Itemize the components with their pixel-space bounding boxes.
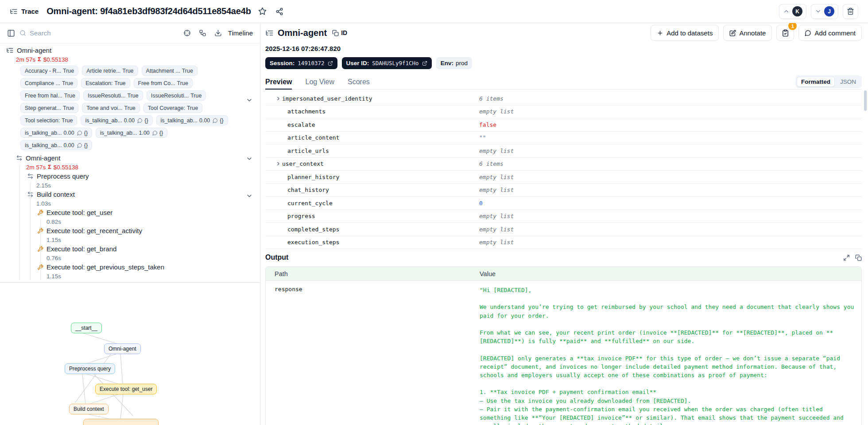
score-badge[interactable]: Escalation:True	[81, 78, 130, 88]
share-button[interactable]	[274, 6, 285, 17]
tree-node-tool[interactable]: Execute tool: get_recent_activity	[0, 226, 260, 236]
preview-row[interactable]: article_urls empty list	[265, 144, 862, 158]
tab-scores[interactable]: Scores	[348, 74, 370, 90]
preview-row[interactable]: user_context 6 items	[265, 158, 862, 171]
score-badge[interactable]: Accuracy - R...True	[20, 66, 78, 76]
score-badge[interactable]: Free from Co...True	[134, 78, 193, 88]
output-table-header: Path Value	[266, 267, 861, 281]
chevron-down-icon	[815, 8, 822, 15]
session-badge[interactable]: Session: 14910372	[265, 57, 337, 69]
search-input[interactable]	[30, 29, 179, 37]
graph-node-start[interactable]: __start__	[71, 323, 102, 333]
format-formatted[interactable]: Formatted	[797, 77, 835, 87]
crosshair-icon[interactable]	[183, 29, 191, 37]
trace-tree: Omni-agent 2m 57s Σ $0.55138 Accuracy - …	[0, 43, 260, 283]
score-badge[interactable]: is_talking_ab...0.00{}	[81, 115, 152, 125]
graph-node-build-context[interactable]: Build context	[69, 404, 108, 414]
chevron-right-icon[interactable]	[274, 96, 282, 101]
preview-row[interactable]: attachments empty list	[265, 105, 862, 119]
score-badge[interactable]: Compliance ...True	[20, 78, 78, 88]
clipboard-check-icon	[782, 29, 789, 37]
score-badge[interactable]: Article retrie...True	[82, 66, 138, 76]
chevron-down-icon[interactable]	[246, 155, 253, 162]
next-trace-button[interactable]: J	[811, 4, 838, 19]
score-badge[interactable]: is_talking_ab...0.00{}	[156, 115, 228, 125]
star-button[interactable]	[256, 5, 268, 17]
avatar: K	[792, 6, 802, 16]
score-badge[interactable]: is_talking_ab...1.00{}	[96, 128, 167, 138]
scrollbar-thumb[interactable]	[864, 90, 867, 111]
trace-meta-badges: Session: 14910372 User ID: SDAHUSLy9f1CH…	[265, 57, 862, 69]
comment-bubble-icon	[77, 130, 82, 136]
annotation-queue-button[interactable]: 1	[776, 25, 794, 41]
tree-node-agent[interactable]: Omni-agent	[0, 153, 260, 163]
copy-icon[interactable]	[855, 254, 862, 261]
graph-node-omni-agent[interactable]: Omni-agent	[104, 343, 141, 354]
graph-node-partial[interactable]	[83, 419, 159, 425]
score-badge[interactable]: Attachment ...True	[142, 66, 198, 76]
score-badge[interactable]: is_talking_ab...0.00{}	[20, 140, 92, 150]
tree-node-label: Omni-agent	[26, 154, 60, 162]
tree-node-span[interactable]: Build context	[0, 189, 260, 199]
comment-bubble-icon	[213, 118, 218, 123]
prev-trace-button[interactable]: K	[779, 4, 806, 19]
score-badge[interactable]: Tool Coverage:True	[143, 103, 202, 113]
tree-node-tool[interactable]: Execute tool: get_brand	[0, 244, 260, 254]
tree-node-span[interactable]: Preprocess query	[0, 171, 260, 181]
span-arrows-icon	[16, 155, 23, 161]
preview-row[interactable]: completed_steps empty list	[265, 223, 862, 236]
output-row[interactable]: response "Hi [REDACTED], We understand y…	[266, 281, 861, 425]
page-title: Omni-agent	[278, 28, 327, 38]
tab-preview[interactable]: Preview	[265, 74, 292, 90]
span-arrows-icon	[27, 173, 34, 179]
chevron-right-icon[interactable]	[274, 161, 282, 167]
sidebar-toolbar: Timeline	[0, 23, 260, 43]
tab-log-view[interactable]: Log View	[305, 74, 334, 90]
panel-left-icon[interactable]	[7, 29, 15, 37]
sidebar-tool-icons	[183, 29, 222, 37]
copy-id-button[interactable]: ID	[332, 29, 347, 36]
preview-row[interactable]: article_content ""	[265, 132, 862, 145]
tree-node-trace-root[interactable]: Omni-agent	[0, 45, 260, 55]
preview-row[interactable]: progress empty list	[265, 210, 862, 223]
format-toggle: Formatted JSON	[795, 75, 862, 88]
preview-row[interactable]: current_cycle 0	[265, 197, 862, 210]
tree-node-label: Execute tool: get_brand	[46, 245, 116, 253]
preview-row[interactable]: execution_steps empty list	[265, 236, 862, 250]
score-badge[interactable]: Free from hal...True	[20, 90, 80, 101]
chevron-down-icon[interactable]	[246, 97, 253, 104]
workflow-icon[interactable]	[199, 29, 206, 37]
sigma-icon: Σ	[48, 164, 51, 170]
edit-icon	[729, 30, 736, 36]
tree-node-label: Build context	[37, 191, 75, 198]
tree-node-tool[interactable]: Execute tool: get_user	[0, 207, 260, 218]
score-badge[interactable]: IssueResoluti...True	[147, 90, 206, 101]
user-id-badge[interactable]: User ID: SDAHUSLy9f1CHo	[342, 57, 432, 69]
external-link-icon	[328, 61, 333, 66]
download-icon[interactable]	[214, 29, 222, 37]
graph-node-execute-tool-get-user[interactable]: Execute tool: get_user	[95, 384, 157, 394]
tree-node-tool[interactable]: Execute tool: get_previous_steps_taken	[0, 262, 260, 272]
score-badge[interactable]: is_talking_ab...0.00{}	[20, 128, 92, 138]
preview-row[interactable]: escalate false	[265, 118, 862, 132]
graph-node-preprocess-query[interactable]: Preprocess query	[65, 363, 115, 374]
score-badge[interactable]: Step generat...True	[20, 103, 78, 113]
expand-icon[interactable]	[843, 254, 850, 261]
score-badge[interactable]: Tool selection:True	[20, 115, 77, 125]
add-comment-button[interactable]: Add comment	[798, 25, 862, 41]
chevron-down-icon[interactable]	[246, 192, 253, 199]
score-badge[interactable]: IssueResoluti...True	[83, 90, 143, 101]
preview-row[interactable]: chat_history empty list	[265, 184, 862, 197]
format-json[interactable]: JSON	[836, 77, 860, 87]
input-preview-table: impersonated_user_identity 6 items attac…	[265, 92, 862, 249]
score-badge[interactable]: Tone and voi...True	[82, 103, 140, 113]
trace-graph: __start__ Omni-agent Preprocess query Ex…	[0, 283, 260, 425]
preview-row[interactable]: impersonated_user_identity 6 items	[265, 92, 862, 105]
add-to-datasets-button[interactable]: Add to datasets	[651, 25, 719, 41]
output-path: response	[266, 286, 480, 425]
timeline-toggle[interactable]: Timeline	[228, 29, 253, 37]
annotate-button[interactable]: Annotate	[723, 25, 772, 41]
trace-timestamp: 2025-12-16 07:26:47.820	[265, 44, 862, 53]
delete-trace-button[interactable]	[843, 4, 858, 19]
preview-row[interactable]: planner_history empty list	[265, 171, 862, 184]
